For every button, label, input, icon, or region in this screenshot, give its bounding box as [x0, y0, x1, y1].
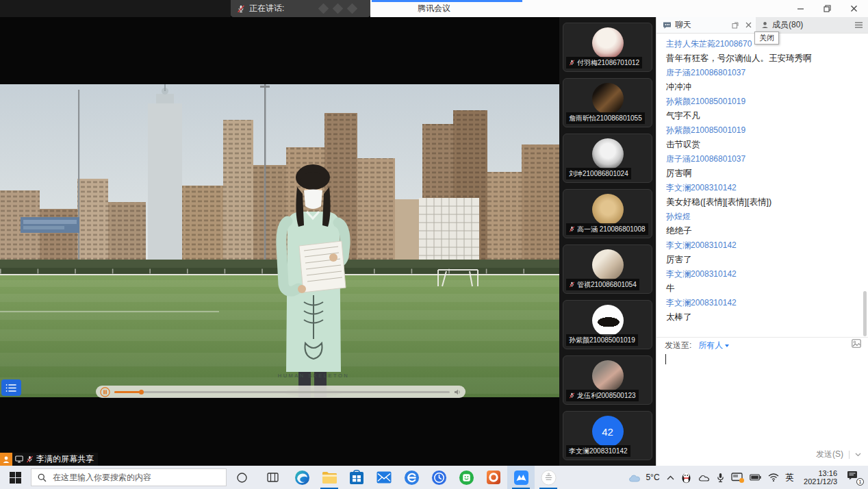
chat-sender: 孙煌煜	[666, 210, 858, 224]
search-input[interactable]	[51, 472, 212, 483]
volume-icon[interactable]	[454, 388, 461, 396]
video-progress-track[interactable]	[114, 391, 450, 393]
participant-name: 詹雨昕怡210086801055	[569, 114, 642, 123]
send-button[interactable]: 发送(S)	[816, 449, 843, 460]
cloud-tray-icon[interactable]	[698, 474, 710, 481]
light-pole	[264, 84, 266, 268]
participant-name: 刘坤210086801024	[569, 169, 628, 179]
weather-temp: 5°C	[646, 473, 659, 482]
taskbar-app-green-chat[interactable]	[452, 466, 480, 489]
sweatshirt-text: HUMAN SKELETON	[278, 373, 349, 379]
members-tab-label: 成员(80)	[772, 19, 803, 31]
popout-icon[interactable]	[732, 22, 739, 29]
participant-name: 付羽梅21086701012	[577, 58, 639, 68]
speaking-label: 正在讲话:	[249, 3, 284, 14]
taskbar-app-clock[interactable]	[425, 466, 452, 489]
wifi-icon[interactable]	[768, 473, 779, 481]
taskbar-app-file-explorer[interactable]	[316, 466, 343, 489]
video-playback-bar[interactable]	[96, 386, 465, 398]
chat-bubble-icon	[663, 21, 672, 29]
taskbar-app-white-circle[interactable]	[535, 466, 562, 489]
avatar	[592, 138, 624, 170]
restore-button[interactable]	[819, 2, 834, 16]
ime-indicator[interactable]: 英	[786, 472, 795, 484]
taskbar-app-store[interactable]	[343, 466, 370, 489]
chat-scrollbar[interactable]	[863, 291, 867, 336]
tab-members[interactable]: 成员(80)	[756, 17, 868, 33]
chat-message: 孙紫颜210085001019 击节叹赏	[666, 123, 858, 152]
taskbar-app-tencent-meeting[interactable]	[507, 466, 535, 489]
share-banner-label: 李满的屏幕共享	[36, 453, 94, 465]
clock-date: 2021/12/3	[804, 477, 837, 486]
hamburger-menu-icon[interactable]	[855, 22, 863, 28]
participant-tile[interactable]: 高一涵 210086801008	[563, 189, 652, 238]
annotation-list-button[interactable]	[1, 379, 21, 396]
chat-sender: 李文澜2008310142	[666, 181, 858, 195]
participant-tile[interactable]: 付羽梅21086701012	[563, 23, 652, 72]
start-button[interactable]	[0, 466, 31, 489]
speaking-indicator-bar: 正在讲话:	[231, 0, 370, 17]
chat-text: 气宇不凡	[666, 109, 858, 123]
divider	[656, 337, 868, 338]
video-progress-knob[interactable]	[139, 390, 144, 394]
chat-text: 厉害了	[666, 253, 858, 267]
taskbar-app-mail[interactable]	[370, 466, 398, 489]
close-panel-icon[interactable]	[745, 22, 752, 28]
chat-text: 击节叹赏	[666, 138, 858, 152]
screen-cast-icon[interactable]	[731, 473, 743, 482]
avatar	[592, 249, 624, 281]
screen-share-banner: 李满的屏幕共享	[0, 453, 98, 466]
window-titlebar: 腾讯会议	[370, 0, 868, 17]
send-options-chevron-icon[interactable]	[855, 453, 861, 457]
chat-text: 绝绝子	[666, 224, 858, 238]
participant-label: 詹雨昕怡210086801055	[566, 112, 645, 124]
minimize-button[interactable]	[793, 2, 808, 16]
battery-icon[interactable]	[750, 474, 761, 481]
taskbar-search[interactable]	[31, 468, 227, 486]
screen-icon	[15, 455, 23, 463]
participant-tile[interactable]: 刘坤210086801024	[563, 134, 652, 183]
send-image-button[interactable]	[852, 339, 861, 348]
participant-strip: 付羽梅21086701012 詹雨昕怡210086801055 刘坤210086…	[559, 17, 656, 466]
tab-chat[interactable]: 聊天	[656, 17, 756, 33]
qq-icon[interactable]	[681, 472, 691, 484]
taskbar-app-e-blue[interactable]	[398, 466, 425, 489]
chat-sender: 李文澜2008310142	[666, 267, 858, 281]
participant-tile[interactable]: 管祺210086801054	[563, 244, 652, 294]
chat-message-list[interactable]: 主持人朱芷菀21008670 昔年有狂客，号尔谪仙人。王安琦秀啊 唐子涵2100…	[656, 33, 868, 337]
chat-text: 昔年有狂客，号尔谪仙人。王安琦秀啊	[666, 51, 858, 66]
participant-tile[interactable]: 42 李文澜2008310142	[563, 411, 652, 460]
tray-expand-icon[interactable]	[667, 475, 674, 480]
close-button[interactable]	[846, 2, 861, 16]
participant-name: 高一涵 210086801008	[577, 225, 646, 234]
chat-message: 李文澜2008310142 美女好稳([表情][表情][表情])	[666, 181, 858, 210]
chat-input[interactable]	[656, 349, 868, 438]
pause-button[interactable]	[100, 387, 110, 397]
avatar	[592, 27, 624, 59]
participant-label: 李文澜2008310142	[566, 445, 630, 457]
shared-screen-video: HUMAN SKELETON	[0, 84, 559, 397]
speaker-avatar-placeholder	[333, 3, 344, 14]
participant-tile[interactable]: 龙伍利2008500123	[563, 355, 652, 405]
speaker-avatar-placeholder	[347, 3, 358, 14]
notification-center-button[interactable]: 1	[847, 471, 862, 484]
tray-clock[interactable]: 13:16 2021/12/3	[804, 469, 837, 486]
task-view-button[interactable]	[257, 466, 288, 489]
participant-tile[interactable]: 詹雨昕怡210086801055	[563, 78, 652, 127]
mic-muted-icon	[569, 226, 575, 232]
participant-label: 管祺210086801054	[566, 279, 639, 290]
chevron-down-icon	[725, 344, 729, 347]
avatar: 42	[592, 416, 624, 447]
notification-badge: 1	[856, 478, 864, 486]
taskbar-weather[interactable]: 5°C	[622, 473, 666, 482]
microphone-tray-icon[interactable]	[717, 473, 724, 483]
avatar	[592, 194, 624, 225]
cortana-button[interactable]	[227, 466, 257, 489]
chat-message: 李文澜2008310142 太棒了	[666, 296, 858, 325]
taskbar-app-office[interactable]	[480, 466, 507, 489]
field-sign	[21, 217, 79, 233]
person-icon	[761, 21, 769, 29]
cloud-icon	[628, 473, 642, 482]
participant-tile[interactable]: 孙紫颜210085001019	[563, 300, 652, 349]
taskbar-app-edge[interactable]	[288, 466, 316, 489]
